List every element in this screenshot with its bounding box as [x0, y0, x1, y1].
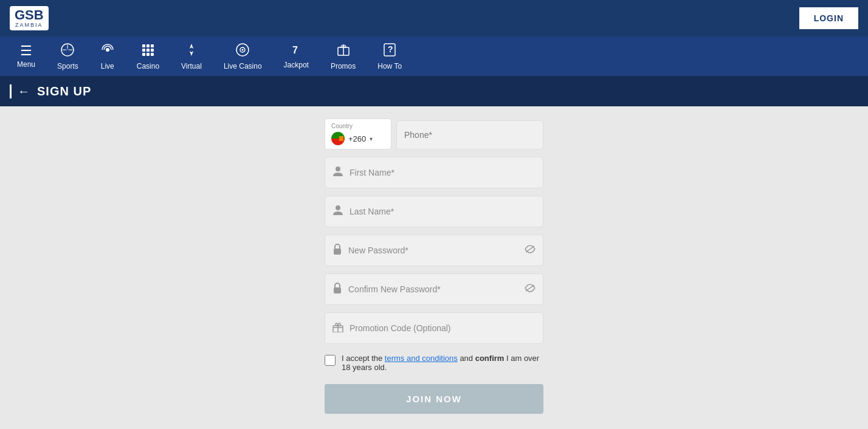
jackpot-icon: 7	[289, 44, 303, 58]
svg-rect-10	[151, 53, 154, 56]
nav-item-menu[interactable]: ☰ Menu	[6, 44, 46, 69]
logo: GSB ZAMBIA	[10, 6, 49, 30]
phone-input[interactable]	[404, 130, 536, 140]
svg-point-19	[336, 205, 340, 210]
logo-text: GSB	[15, 9, 44, 22]
first-name-input[interactable]	[350, 168, 536, 177]
join-now-button[interactable]: JOIN NOW	[325, 384, 543, 414]
promo-field[interactable]	[325, 312, 543, 344]
last-name-input[interactable]	[350, 207, 536, 216]
logo-box: GSB ZAMBIA	[10, 6, 49, 30]
main-content: Country +260 ▾	[0, 106, 868, 429]
country-label: Country	[331, 123, 385, 129]
terms-checkbox[interactable]	[325, 355, 336, 366]
eye-slash-icon-2[interactable]	[525, 284, 536, 295]
nav-item-live-casino[interactable]: Live Casino	[213, 43, 273, 70]
confirm-password-field[interactable]	[325, 273, 543, 305]
svg-rect-20	[334, 249, 341, 255]
zambia-flag	[331, 132, 345, 145]
svg-rect-3	[146, 44, 150, 47]
nav-item-virtual[interactable]: Virtual	[170, 43, 213, 70]
live-casino-icon	[235, 43, 250, 60]
svg-rect-22	[334, 287, 341, 293]
country-code: +260	[348, 134, 366, 143]
svg-rect-7	[151, 49, 154, 52]
live-icon	[100, 43, 115, 60]
logo-sub: ZAMBIA	[15, 22, 44, 28]
nav-item-sports[interactable]: Sports	[46, 43, 89, 70]
login-button[interactable]: LOGIN	[799, 7, 858, 29]
lock-icon-2	[332, 283, 342, 296]
nav-label-jackpot: Jackpot	[284, 61, 309, 69]
promo-input[interactable]	[350, 323, 536, 333]
first-name-field[interactable]	[325, 157, 543, 188]
terms-checkbox-area: I accept the terms and conditions and co…	[325, 351, 543, 374]
lock-icon	[332, 244, 342, 257]
phone-field[interactable]	[396, 120, 543, 149]
nav-item-promos[interactable]: Promos	[320, 43, 367, 70]
svg-text:7: 7	[292, 45, 298, 55]
nav-label-promos: Promos	[331, 62, 356, 70]
nav-bar: ☰ Menu Sports Live Casino Virtual Live C…	[0, 36, 868, 76]
nav-item-live[interactable]: Live	[89, 43, 126, 70]
svg-rect-6	[146, 49, 150, 52]
terms-text-1: I accept the	[342, 354, 385, 363]
nav-item-how-to[interactable]: ? How To	[367, 43, 413, 70]
nav-label-menu: Menu	[17, 60, 35, 69]
terms-label[interactable]: I accept the terms and conditions and co…	[342, 354, 543, 372]
svg-rect-2	[142, 44, 145, 47]
svg-text:?: ?	[388, 44, 393, 54]
header: GSB ZAMBIA LOGIN	[0, 0, 868, 36]
signup-bar: ← SIGN UP	[0, 76, 868, 106]
country-inner: +260 ▾	[331, 132, 385, 145]
nav-item-jackpot[interactable]: 7 Jackpot	[273, 44, 320, 69]
person-icon-2	[332, 205, 343, 218]
svg-rect-9	[146, 53, 150, 56]
confirm-password-input[interactable]	[348, 284, 536, 294]
how-to-icon: ?	[382, 43, 397, 60]
nav-item-casino[interactable]: Casino	[126, 43, 170, 70]
country-selector[interactable]: Country +260 ▾	[325, 118, 391, 149]
nav-label-how-to: How To	[377, 62, 402, 70]
svg-point-1	[106, 48, 109, 52]
nav-label-sports: Sports	[57, 62, 78, 70]
signup-form: Country +260 ▾	[325, 118, 543, 429]
eye-slash-icon[interactable]	[525, 245, 536, 256]
phone-row: Country +260 ▾	[325, 118, 543, 149]
person-icon	[332, 166, 343, 179]
svg-point-13	[242, 49, 244, 50]
gift-icon	[332, 321, 343, 335]
back-button[interactable]: ←	[10, 84, 30, 98]
nav-label-virtual: Virtual	[181, 62, 202, 70]
sports-icon	[60, 43, 75, 60]
svg-point-18	[336, 166, 340, 171]
signup-title: SIGN UP	[37, 84, 91, 98]
new-password-input[interactable]	[348, 245, 536, 255]
svg-rect-8	[142, 53, 145, 56]
svg-rect-5	[142, 49, 145, 52]
last-name-field[interactable]	[325, 196, 543, 227]
terms-text-2: and	[458, 354, 475, 363]
virtual-icon	[184, 43, 199, 60]
svg-rect-4	[151, 44, 154, 47]
nav-label-casino: Casino	[137, 62, 159, 70]
confirm-bold: confirm	[475, 354, 505, 363]
new-password-field[interactable]	[325, 235, 543, 266]
casino-icon	[140, 43, 155, 60]
promos-icon	[336, 43, 351, 60]
terms-link[interactable]: terms and conditions	[385, 354, 458, 363]
nav-label-live: Live	[101, 62, 114, 70]
menu-icon: ☰	[20, 44, 32, 58]
nav-label-live-casino: Live Casino	[224, 62, 262, 70]
chevron-down-icon: ▾	[370, 136, 373, 142]
